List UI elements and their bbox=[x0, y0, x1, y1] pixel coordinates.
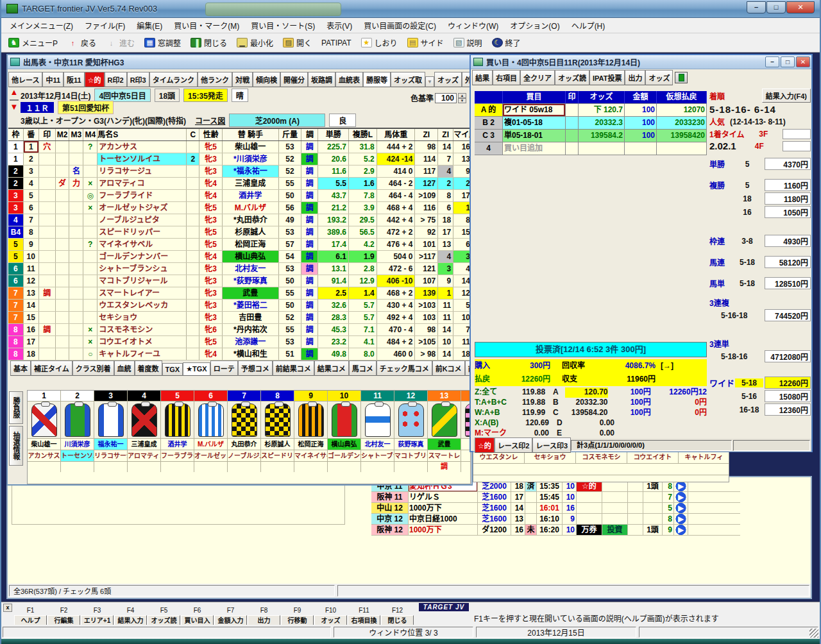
shutsuba-tab-12[interactable]: 血統表 bbox=[335, 72, 363, 87]
shutsuba-tab-7[interactable]: 他ランク bbox=[198, 72, 232, 87]
table-row[interactable]: 612マコトブリジャール牝3*荻野琢真50調91.412.9406 -10107… bbox=[8, 275, 473, 287]
back-button[interactable]: ↑戻る bbox=[63, 36, 101, 49]
shutsuba-tab-2[interactable]: 阪11 bbox=[63, 72, 85, 87]
side-button[interactable]: ▤サイド bbox=[403, 36, 448, 49]
close-button[interactable]: ✕ bbox=[786, 1, 815, 13]
tab-lottery-info[interactable]: 抽選情報 bbox=[9, 426, 23, 466]
exit-door-icon[interactable] bbox=[675, 72, 688, 83]
menu-item-買い目・ソート(S)[interactable]: 買い目・ソート(S) bbox=[245, 18, 321, 33]
tab-race-mark2[interactable]: レース印2 bbox=[495, 437, 533, 453]
table-row[interactable]: 12トーセンソルイユ2牝3*川須栄彦52調20.65.2424 -1411471… bbox=[8, 153, 473, 165]
table-row[interactable]: 611シャトーブランシュ牝3北村友一53調13.12.8472 - 612134 bbox=[8, 263, 473, 275]
table-row[interactable]: 818○キャトルフィーユ牝4*横山和生51調49.88.0460 0> 9814… bbox=[8, 348, 473, 360]
table-row[interactable]: 59?マイネイサベル牝5松岡正海57調17.44.2476 + 4101136 bbox=[8, 239, 473, 251]
table-row[interactable]: 510ゴールデンナンバー牝4横山典弘54調6.11.9504 0>11743 bbox=[8, 251, 473, 263]
bottom-tab-11[interactable]: 馬コメ bbox=[349, 360, 377, 376]
kaime-tool-3[interactable]: オッズ読 bbox=[555, 70, 589, 85]
menu-item-ウィンドウ(W)[interactable]: ウィンドウ(W) bbox=[442, 18, 504, 33]
table-row[interactable]: 23名リラコサージュ牝3*福永祐一52調11.62.9414 011749 bbox=[8, 165, 473, 178]
shutsuba-tab-14[interactable]: オッズ取 bbox=[391, 72, 425, 87]
kaime-tool-0[interactable]: 結果 bbox=[472, 70, 493, 85]
color-base-input[interactable]: 100 bbox=[435, 93, 457, 103]
menu-item-編集(E)[interactable]: 編集(E) bbox=[131, 18, 168, 33]
table-row[interactable]: 715セキショウ牝3吉田豊52調28.35.7492 + 41031110 bbox=[8, 312, 473, 324]
kaime-tool-1[interactable]: 右項目 bbox=[493, 70, 520, 85]
shutsuba-tab-6[interactable]: タイムランク bbox=[149, 72, 198, 87]
table-row[interactable]: B48スピードリッパー牝5杉原誠人53調389.656.5472 + 29217… bbox=[8, 226, 473, 239]
kaime-close-button[interactable]: ✕ bbox=[796, 56, 810, 67]
bottom-tab-12[interactable]: チェック馬コメ bbox=[377, 360, 432, 376]
bet-row[interactable]: C 3単05-18-01139584.210013958420 bbox=[475, 130, 707, 142]
bottom-tab-0[interactable]: 基本 bbox=[10, 360, 31, 376]
race-list-row[interactable]: 中京 12中京日経1000芝16001316:1098▶ bbox=[371, 514, 740, 525]
bottom-tab-1[interactable]: 補正タイム bbox=[31, 360, 72, 376]
table-row[interactable]: 35◎フーラブライド牝4酒井学50調43.77.8464 - 4>109817 bbox=[8, 190, 473, 202]
close-window-button[interactable]: ▐閉じる bbox=[186, 36, 232, 49]
kaime-tool-5[interactable]: 出力 bbox=[625, 70, 645, 85]
menu-item-メインメニュー(Z)[interactable]: メインメニュー(Z) bbox=[4, 18, 79, 33]
shutsuba-tab-10[interactable]: 開催分 bbox=[280, 72, 308, 87]
shutsuba-tab-9[interactable]: 傾向検 bbox=[253, 72, 280, 87]
rate-arrow[interactable]: [→] bbox=[661, 359, 673, 373]
manual-button[interactable]: ▧説明 bbox=[449, 36, 487, 49]
menu-item-オプション(O)[interactable]: オプション(O) bbox=[504, 18, 565, 33]
menu-item-表示(V)[interactable]: 表示(V) bbox=[321, 18, 358, 33]
bet-row[interactable]: 4買い目追加 bbox=[475, 142, 707, 155]
race-list-row[interactable]: 阪神 121000万下ダ120016未16:2010万券投資1頭9▶ bbox=[371, 525, 740, 536]
window-adjust-button[interactable]: ▦窓調整 bbox=[140, 36, 185, 49]
minimize-button[interactable]: – bbox=[747, 1, 766, 13]
bottom-tab-8[interactable]: 予想コメ bbox=[238, 360, 273, 376]
race-open-icon[interactable]: ▶ bbox=[674, 525, 688, 535]
resize-grip[interactable] bbox=[809, 629, 818, 638]
shutsuba-tab-1[interactable]: 中11 bbox=[42, 72, 63, 87]
bet-row[interactable]: B 2複01-05-1820332.31002033230 bbox=[475, 117, 707, 130]
tab-mark-hit[interactable]: ☆的 bbox=[475, 437, 495, 453]
table-row[interactable]: 714ウエスタンレベッカ牝3*菱田裕二50調32.65.7430 + 4>103… bbox=[8, 300, 473, 312]
kaime-tool-4[interactable]: IPAT投票 bbox=[589, 70, 625, 85]
tab-silks[interactable]: 勝負服 bbox=[9, 391, 23, 424]
menu-p-button[interactable]: ♞メニューP bbox=[4, 36, 62, 49]
bottom-tab-2[interactable]: クラス別着 bbox=[72, 360, 114, 376]
bottom-tab-6[interactable]: ★TGX bbox=[183, 362, 210, 376]
menu-item-買い目・マーク(M)[interactable]: 買い目・マーク(M) bbox=[168, 18, 245, 33]
race-open-icon[interactable]: ▶ bbox=[674, 514, 688, 524]
bottom-tab-3[interactable]: 血統 bbox=[114, 360, 135, 376]
next-race-icon[interactable]: ▼ bbox=[9, 102, 19, 112]
course-map-link[interactable]: コース図 bbox=[195, 115, 225, 126]
table-row[interactable]: 713調スマートレイアー牝3武豊55調2.51.4468 + 2139112 bbox=[8, 287, 473, 300]
bet-row[interactable]: A 的ワイド 05w18下 120.710012070 bbox=[475, 104, 707, 117]
shutsuba-tab-16[interactable]: オッズ bbox=[434, 72, 462, 87]
race-open-icon[interactable]: ▶ bbox=[674, 481, 688, 491]
shutsuba-tab-0[interactable]: 他レース bbox=[8, 72, 42, 87]
shutsuba-tab-13[interactable]: 勝服等 bbox=[363, 72, 391, 87]
color-base-up[interactable]: ▲ bbox=[458, 93, 466, 98]
prev-race-icon[interactable]: ▲ bbox=[9, 87, 19, 97]
shutsuba-tab-11[interactable]: 坂路調 bbox=[308, 72, 335, 87]
kaime-tool-6[interactable]: オッズ bbox=[645, 70, 673, 85]
shutsuba-tab-15[interactable]: ▼ bbox=[425, 76, 434, 87]
menu-item-ファイル(F)[interactable]: ファイル(F) bbox=[79, 18, 131, 33]
bottom-tab-10[interactable]: 結果コメ bbox=[314, 360, 349, 376]
race-open-icon[interactable]: ▶ bbox=[674, 492, 688, 502]
table-row[interactable]: 36×オールゼットジャズ牝5M.バルザ56調21.23.9468 + 41166… bbox=[8, 202, 473, 214]
shutsuba-caption[interactable]: 出馬表・中京11R 愛知杯HG3 bbox=[8, 55, 471, 69]
shutsuba-tab-5[interactable]: R印3 bbox=[127, 72, 149, 87]
race-list-row[interactable]: 阪神 11リゲルＳ芝16001715:45107▶ bbox=[371, 492, 740, 503]
maximize-button[interactable]: □ bbox=[766, 1, 786, 13]
open-button[interactable]: ▨開く bbox=[278, 36, 316, 49]
exit-button[interactable]: ☾終了 bbox=[487, 36, 525, 49]
minimize-button[interactable]: ▁最小化 bbox=[232, 36, 278, 49]
table-row[interactable]: 24ダ力×アロマティコ牝4三浦皇成55調5.51.6464 - 212722 bbox=[8, 178, 473, 190]
bottom-tab-9[interactable]: 前結果コメ bbox=[273, 360, 314, 376]
table-row[interactable]: 47ノーブルジュピタ牝3*丸田恭介49調193.229.5442 + 4> 75… bbox=[8, 214, 473, 226]
menu-item-買い目画面の設定(C)[interactable]: 買い目画面の設定(C) bbox=[358, 18, 442, 33]
table-row[interactable]: 816調×コスモネモシン牝6*丹内祐次55調45.37.1470 - 49814… bbox=[8, 324, 473, 336]
menu-item-ヘルプ(H)[interactable]: ヘルプ(H) bbox=[566, 18, 611, 33]
shutsuba-tab-3[interactable]: ☆的 bbox=[85, 72, 105, 87]
kaime-maximize-button[interactable]: □ bbox=[781, 56, 795, 67]
shutsuba-tab-4[interactable]: R印2 bbox=[105, 72, 127, 87]
table-row[interactable]: 11穴?アカンサス牝5柴山雄一53調225.731.8444 + 2981416 bbox=[8, 141, 473, 153]
kaime-caption[interactable]: 買い目・4回中京5日目11R(2013年12月14日) – □ ✕ bbox=[471, 55, 811, 69]
race-open-icon[interactable]: ▶ bbox=[674, 503, 688, 513]
kaime-tool-2[interactable]: 全クリア bbox=[520, 70, 555, 85]
